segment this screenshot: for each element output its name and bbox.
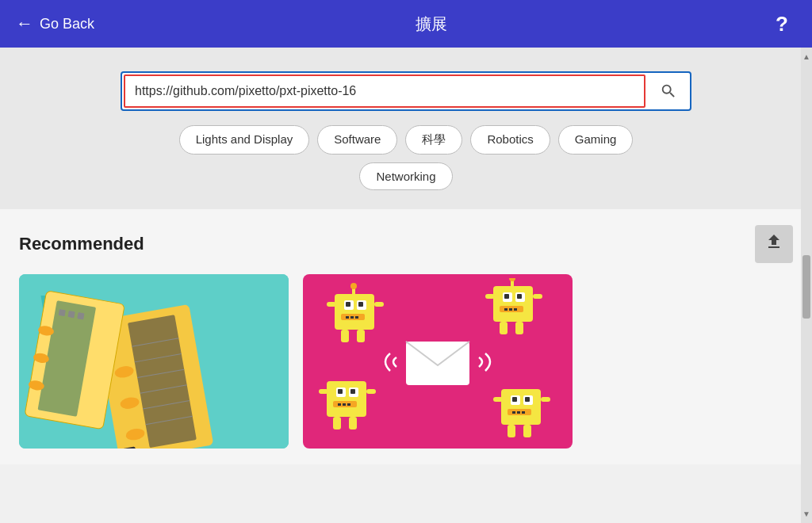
svg-rect-61	[347, 403, 350, 406]
svg-rect-75	[493, 397, 503, 402]
tag-robotics[interactable]: Robotics	[470, 125, 550, 155]
page-title: 擴展	[416, 13, 447, 35]
svg-rect-34	[341, 330, 349, 342]
search-icon	[660, 82, 677, 100]
svg-rect-72	[512, 411, 515, 414]
svg-rect-29	[346, 316, 349, 319]
tag-networking[interactable]: Networking	[359, 162, 452, 190]
svg-rect-65	[349, 417, 357, 429]
svg-rect-62	[319, 389, 328, 394]
svg-rect-38	[493, 286, 533, 322]
svg-rect-44	[504, 308, 508, 311]
svg-rect-60	[343, 403, 346, 406]
svg-rect-69	[512, 397, 517, 402]
scroll-up-arrow[interactable]: ▲	[799, 49, 812, 64]
svg-rect-57	[350, 389, 355, 394]
upload-button[interactable]	[755, 225, 793, 263]
go-back-label: Go Back	[40, 16, 94, 32]
svg-rect-73	[517, 411, 520, 414]
search-button[interactable]	[647, 74, 690, 108]
tag-gaming[interactable]: Gaming	[558, 125, 634, 155]
radio-illustration	[311, 278, 565, 445]
category-tags-row2: Networking	[48, 162, 764, 190]
scrollbar-thumb[interactable]	[802, 255, 810, 319]
search-area: Lights and Display Software 科學 Robotics …	[0, 48, 812, 209]
card-v2[interactable]: V2	[19, 274, 289, 449]
app-header: ← Go Back 擴展 ?	[0, 0, 812, 48]
v2-card-inner: V2	[19, 274, 289, 449]
svg-rect-59	[338, 403, 341, 406]
svg-rect-74	[522, 411, 525, 414]
upload-icon	[764, 232, 783, 256]
scroll-down-arrow[interactable]: ▼	[799, 506, 812, 521]
main-content: Recommended V2	[0, 209, 812, 464]
svg-rect-56	[338, 389, 343, 394]
back-arrow-icon: ←	[16, 13, 33, 34]
svg-rect-45	[509, 308, 512, 311]
svg-rect-53	[327, 381, 366, 417]
svg-rect-20	[77, 312, 84, 319]
svg-rect-31	[355, 316, 358, 319]
tag-lights-display[interactable]: Lights and Display	[179, 125, 310, 155]
search-container	[121, 71, 691, 111]
radio-card-inner	[303, 274, 573, 449]
svg-rect-32	[327, 302, 336, 307]
svg-rect-77	[508, 425, 515, 437]
svg-rect-19	[67, 311, 75, 318]
go-back-button[interactable]: ← Go Back	[16, 13, 94, 34]
search-input-wrapper	[124, 74, 645, 108]
tag-science[interactable]: 科學	[405, 125, 462, 155]
svg-rect-23	[335, 294, 374, 330]
svg-rect-70	[525, 397, 530, 402]
svg-rect-27	[358, 302, 363, 307]
svg-rect-46	[514, 308, 517, 311]
svg-rect-64	[333, 417, 341, 429]
svg-rect-26	[346, 302, 350, 307]
card-radio[interactable]	[303, 274, 573, 449]
svg-rect-41	[504, 294, 509, 299]
recommended-title: Recommended	[19, 234, 144, 254]
svg-point-37	[350, 283, 357, 289]
svg-rect-66	[501, 389, 541, 425]
svg-rect-48	[533, 294, 542, 299]
help-button[interactable]: ?	[768, 12, 796, 36]
cards-row: V2	[19, 274, 793, 449]
recommended-header: Recommended	[19, 225, 793, 263]
svg-rect-47	[485, 294, 495, 299]
search-input[interactable]	[132, 78, 638, 105]
svg-rect-42	[517, 294, 522, 299]
svg-rect-18	[59, 309, 66, 316]
svg-rect-78	[523, 425, 531, 437]
svg-rect-33	[374, 302, 384, 307]
svg-rect-50	[515, 322, 523, 334]
tag-software[interactable]: Software	[317, 125, 397, 155]
svg-rect-63	[366, 389, 376, 394]
svg-rect-49	[500, 322, 508, 334]
svg-rect-76	[541, 397, 550, 402]
category-tags-row1: Lights and Display Software 科學 Robotics …	[48, 125, 764, 155]
scrollbar[interactable]: ▲ ▼	[801, 48, 812, 523]
svg-rect-30	[350, 316, 354, 319]
svg-rect-35	[357, 330, 365, 342]
